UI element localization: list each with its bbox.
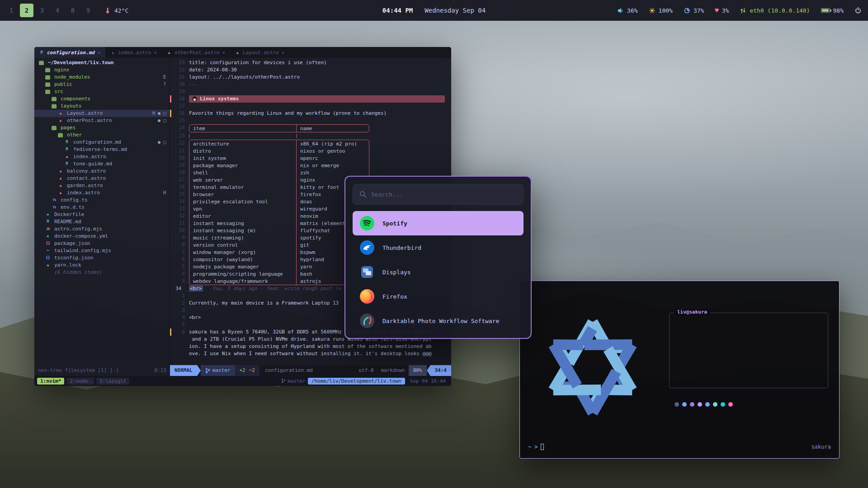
- tree-item[interactable]: configuration.md ● □: [34, 139, 170, 146]
- shell-prompt[interactable]: ~ >: [528, 444, 544, 450]
- tree-item[interactable]: pages: [34, 124, 170, 131]
- palette-dot: [698, 402, 702, 407]
- tree-item[interactable]: src: [34, 88, 170, 95]
- cpu-module[interactable]: 37%: [684, 7, 704, 14]
- spotify-icon: [359, 215, 375, 231]
- workspace-button[interactable]: 4: [51, 4, 64, 17]
- file-icon: [44, 255, 52, 261]
- tmux-window-tab[interactable]: 1:nvim*: [37, 378, 64, 385]
- editor-tab[interactable]: index.astro ×: [106, 47, 161, 58]
- tree-item[interactable]: public ?: [34, 81, 170, 88]
- tab-close-icon[interactable]: ×: [98, 50, 101, 56]
- tree-item[interactable]: (6 hidden items): [34, 269, 170, 276]
- md-table-cell-name: nixos or gentoo: [297, 147, 369, 155]
- tree-item[interactable]: astro.config.mjs: [34, 225, 170, 233]
- editor-tab[interactable]: Layout.astro ×: [230, 47, 289, 58]
- power-icon: [854, 7, 862, 14]
- file-icon: [57, 183, 64, 188]
- tree-item[interactable]: index.astro H: [34, 189, 170, 197]
- tree-item-name: package.json: [54, 240, 90, 247]
- line-number: 20: [173, 155, 189, 162]
- md-table-cell-name: x86_64 (rip m2 pro): [297, 140, 369, 147]
- search-input[interactable]: [371, 191, 517, 198]
- network-module[interactable]: eth0 (10.0.0.140): [740, 7, 810, 14]
- tree-item[interactable]: components: [34, 95, 170, 103]
- line-number: 9: [173, 234, 189, 241]
- line-text: title: configuration for devices i use (…: [189, 59, 327, 66]
- volume-module[interactable]: 36%: [617, 7, 637, 14]
- tmux-window-tab[interactable]: 2:node-: [66, 378, 94, 385]
- file-icon: [57, 118, 64, 123]
- volume-icon: [617, 7, 624, 14]
- tree-item-name: Layout.astro: [67, 110, 103, 117]
- tree-item[interactable]: tsconfig.json: [34, 254, 170, 262]
- md-table-row: privilege escalation tool doas: [189, 198, 369, 205]
- workspace-number: 2: [25, 7, 28, 14]
- md-table-separator: [189, 132, 369, 140]
- tree-item[interactable]: README.md: [34, 218, 170, 225]
- network-icon: [740, 7, 746, 14]
- workspace-button[interactable]: 9: [81, 4, 95, 17]
- tree-item[interactable]: yarn.lock: [34, 262, 170, 269]
- tree-item[interactable]: nginx: [34, 66, 170, 74]
- md-table-row: window manager (xorg) bspwm: [189, 249, 369, 256]
- tree-item[interactable]: tailwind.config.mjs: [34, 247, 170, 254]
- tree-item[interactable]: fediverse-terms.md: [34, 146, 170, 153]
- power-button[interactable]: [854, 7, 862, 14]
- workspace-button[interactable]: 1: [5, 4, 18, 17]
- tmux-window-tab[interactable]: 3:lazygit: [96, 378, 130, 385]
- md-table-cell-item: editor: [189, 212, 297, 220]
- tree-item-badge: H ● □: [152, 110, 166, 117]
- file-icon: [45, 67, 51, 73]
- tree-item[interactable]: tone-guide.md: [34, 160, 170, 168]
- line-number: [173, 336, 189, 343]
- tree-item[interactable]: other: [34, 131, 170, 139]
- tree-item[interactable]: node_modules E: [34, 74, 170, 81]
- tree-item[interactable]: layouts: [34, 103, 170, 110]
- workspace-button[interactable]: 8: [66, 4, 80, 17]
- tree-item[interactable]: env.d.ts: [34, 204, 170, 211]
- md-table-row: version control git: [189, 241, 369, 249]
- tree-item[interactable]: balcony.astro: [34, 168, 170, 175]
- workspace-button[interactable]: 2: [20, 4, 33, 17]
- tree-item[interactable]: index.astro: [34, 153, 170, 160]
- editor-tab[interactable]: otherPost.astro ×: [162, 47, 230, 58]
- launcher-item-firefox[interactable]: Firefox: [353, 284, 524, 309]
- launcher-item-thunderbird[interactable]: Thunderbird: [353, 235, 524, 260]
- tree-item[interactable]: docker-compose.yml: [34, 233, 170, 240]
- tab-close-icon[interactable]: ×: [282, 50, 285, 56]
- brightness-icon: [649, 7, 656, 14]
- tree-item[interactable]: contact.astro: [34, 175, 170, 182]
- tree-item-name: public: [54, 81, 72, 88]
- tree-item[interactable]: otherPost.astro ● □: [34, 117, 170, 124]
- brightness-module[interactable]: 100%: [649, 7, 673, 14]
- md-table-cell-item: init system: [189, 155, 297, 162]
- tab-close-icon[interactable]: ×: [154, 50, 157, 56]
- tree-item[interactable]: Dockerfile: [34, 211, 170, 218]
- workspace-button[interactable]: 3: [35, 4, 49, 17]
- launcher-item-spotify[interactable]: Spotify: [353, 211, 524, 235]
- terminal-window[interactable]: liv@sakura OS:NixOS 24.11.20240828.71e91…: [519, 281, 840, 459]
- git-blame-text: You, 5 days ago - feat: write rough post…: [213, 286, 342, 291]
- launcher-item-darktable[interactable]: Darktable Photo Workflow Software: [353, 309, 524, 333]
- tree-item[interactable]: garden.astro: [34, 182, 170, 189]
- tab-close-icon[interactable]: ×: [222, 50, 225, 56]
- line-number: 12: [173, 212, 189, 220]
- file-icon: [63, 140, 71, 145]
- launcher-search: [353, 184, 524, 205]
- battery-module[interactable]: 98%: [821, 7, 844, 14]
- line-text: <br>: [189, 314, 201, 321]
- editor-tab[interactable]: configuration.md ×: [34, 47, 105, 58]
- load-module[interactable]: ♥ 3%: [715, 7, 729, 14]
- launcher-item-displays[interactable]: Displays: [353, 260, 524, 284]
- tree-item[interactable]: config.ts: [34, 197, 170, 204]
- line-number: 26: [173, 110, 189, 117]
- terminal-color-palette: [675, 402, 733, 407]
- clock-date: Wednesday Sep 04: [425, 7, 486, 14]
- git-changed-count: ~2: [249, 365, 255, 376]
- line-number: 14: [173, 198, 189, 205]
- tree-root[interactable]: ~/Development/liv.town: [34, 59, 170, 66]
- line-number: 8: [173, 241, 189, 249]
- tree-item[interactable]: package.json: [34, 240, 170, 247]
- tree-item[interactable]: Layout.astro H ● □: [34, 110, 170, 117]
